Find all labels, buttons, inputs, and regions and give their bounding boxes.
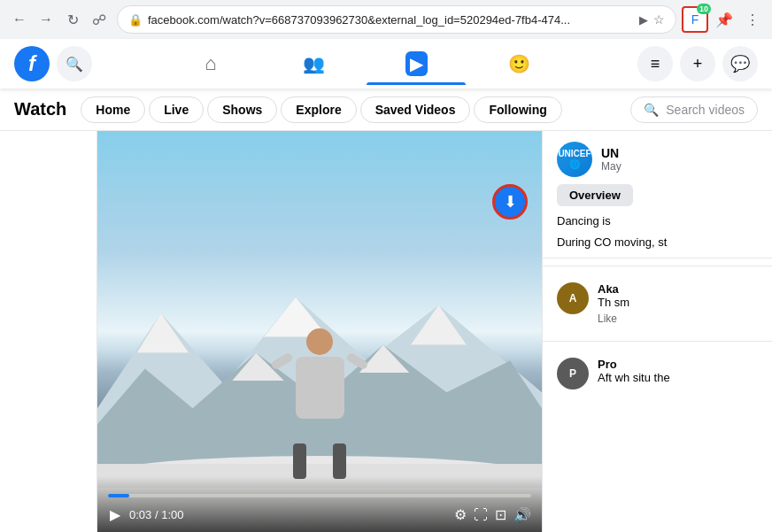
comment-avatar-2: P [557,358,589,389]
nav-buttons: ← → ↻ ☍ [7,7,112,32]
avatar-img-2: P [557,358,589,389]
forward-button[interactable]: → [34,7,58,32]
side-panel-header: UNICEF🌐 UN May Overview Dancing is Durin… [543,131,772,258]
main-nav: ⌂ 👥 ▶ 🙂 [99,42,630,85]
comment-name-1: Aka [598,282,758,296]
facebook-logo: f [14,46,50,81]
current-time: 0:03 [129,508,151,521]
channel-info: UNICEF🌐 UN May [557,142,758,177]
hamburger-icon: ≡ [651,55,660,73]
address-bar[interactable]: 🔒 facebook.com/watch?v=668737093962730&e… [117,5,676,34]
lock-icon: 🔒 [128,13,143,27]
right-controls: ⚙ ⛶ ⊡ 🔊 [454,506,531,523]
progress-bar[interactable] [108,494,531,497]
watch-navbar: Watch Home Live Shows Explore Saved Vide… [0,89,772,131]
side-panel: UNICEF🌐 UN May Overview Dancing is Durin… [542,131,772,532]
download-icon: ⬇ [504,192,517,212]
extension-area: F 10 📌 ⋮ [682,6,765,33]
comment-avatar-1: A [557,282,589,314]
search-videos-icon: 🔍 [644,103,659,117]
comment-name-2: Pro [598,358,758,371]
child-figure [284,328,355,479]
comment-content-2: Pro Aft wh situ the [598,358,758,386]
menu-icon-btn[interactable]: ≡ [637,46,673,81]
comment-content-1: Aka Th sm Like [598,282,758,325]
fullscreen-icon[interactable]: ⛶ [474,507,488,523]
channel-details: UN May [601,146,758,173]
pin-button[interactable]: 📌 [712,7,737,32]
description-text: Dancing is [557,213,758,229]
nav-following-btn[interactable]: Following [474,96,561,123]
comment-item-2: P Pro Aft wh situ the [543,349,772,398]
avatar-img-1: A [557,282,589,314]
add-icon: + [693,55,703,73]
svg-marker-1 [137,313,189,353]
main-content: ⬇ ▶ 0:03 / 1:00 ⚙ [0,131,772,532]
controls-row: ▶ 0:03 / 1:00 ⚙ ⛶ ⊡ 🔊 [108,505,531,525]
reload-button[interactable]: ↻ [60,7,85,32]
browser-toolbar: ← → ↻ ☍ 🔒 facebook.com/watch?v=668737093… [0,0,772,39]
messenger-btn[interactable]: 💬 [722,46,758,81]
divider-2 [543,341,772,342]
nav-home[interactable]: ⌂ [161,42,260,85]
add-btn[interactable]: + [680,46,715,81]
messenger-icon: 💬 [730,54,750,73]
comment-text-2: Aft wh situ the [598,371,758,386]
time-display: 0:03 / 1:00 [129,508,447,521]
back-button[interactable]: ← [7,7,32,32]
divider-1 [543,266,772,266]
download-button[interactable]: ⬇ [492,184,528,220]
nav-home-btn[interactable]: Home [81,96,145,123]
nav-groups[interactable]: 🙂 [469,42,568,85]
video-thumbnail: ⬇ ▶ 0:03 / 1:00 ⚙ [97,131,542,532]
right-nav: ≡ + 💬 [637,46,758,81]
groups-icon: 🙂 [508,53,530,74]
comment-like-1[interactable]: Like [598,312,758,325]
ext-icon: F [691,12,699,27]
nav-watch[interactable]: ▶ [367,42,466,85]
nav-live-btn[interactable]: Live [149,96,204,123]
comment-item-1: A Aka Th sm Like [543,274,772,334]
play-pause-button[interactable]: ▶ [108,505,122,525]
settings-icon[interactable]: ⚙ [454,506,467,523]
watch-icon: ▶ [405,51,428,76]
watch-title: Watch [14,99,66,120]
search-icon: 🔍 [66,56,83,73]
channel-name: UN [601,146,758,160]
channel-meta: May [601,160,758,173]
nav-explore-btn[interactable]: Explore [281,96,356,123]
home-icon: ⌂ [205,52,216,75]
description-sub: During CO moving, st [557,235,758,251]
play-icon: ▶ [110,506,120,523]
go-button[interactable]: ▶ [639,13,648,27]
people-icon: 👥 [303,53,325,74]
total-time: 1:00 [161,508,183,521]
facebook-header: f 🔍 ⌂ 👥 ▶ 🙂 ≡ + 💬 [0,39,772,89]
video-controls: ▶ 0:03 / 1:00 ⚙ ⛶ ⊡ 🔊 [97,476,542,532]
ext-badge: 10 [697,4,711,14]
video-background [97,131,542,532]
browser-chrome: ← → ↻ ☍ 🔒 facebook.com/watch?v=668737093… [0,0,772,39]
video-area: ⬇ ▶ 0:03 / 1:00 ⚙ [97,131,542,532]
bookmark-icon[interactable]: ☆ [653,12,665,27]
extension-highlighted-button[interactable]: F 10 [682,6,708,33]
comment-text-1: Th sm [598,296,758,311]
volume-icon[interactable]: 🔊 [513,506,531,523]
logo-letter: f [28,51,35,76]
channel-avatar-img: UNICEF🌐 [558,149,591,170]
nav-shows-btn[interactable]: Shows [207,96,277,123]
overview-button[interactable]: Overview [557,184,633,206]
search-videos[interactable]: 🔍 Search videos [630,96,758,123]
watch-nav-items: Home Live Shows Explore Saved Videos Fol… [81,96,623,123]
search-button[interactable]: 🔍 [57,46,92,81]
search-videos-placeholder: Search videos [666,103,745,117]
left-sidebar [0,131,97,532]
theater-icon[interactable]: ⊡ [495,506,506,523]
menu-button[interactable]: ⋮ [740,7,765,32]
nav-saved-btn[interactable]: Saved Videos [360,96,471,123]
home-button[interactable]: ☍ [87,7,112,32]
url-text: facebook.com/watch?v=668737093962730&ext… [148,13,634,27]
nav-people[interactable]: 👥 [264,42,363,85]
channel-avatar: UNICEF🌐 [557,142,592,177]
progress-fill [108,494,129,497]
